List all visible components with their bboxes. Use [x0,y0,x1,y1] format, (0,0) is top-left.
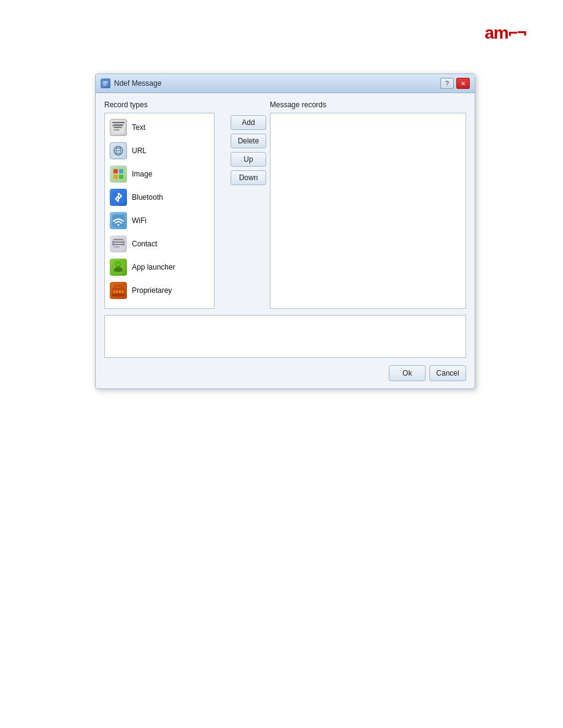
record-type-applauncher[interactable]: App launcher [105,256,214,279]
delete-button[interactable]: Delete [231,134,266,148]
dialog-footer: Ok Cancel [104,364,466,381]
bluetooth-label: Bluetooth [132,193,163,202]
dialog-title: Ndef Message [114,79,161,88]
url-icon [110,142,127,159]
record-type-image[interactable]: Image [105,162,214,186]
down-button[interactable]: Down [231,170,266,185]
svg-rect-35 [117,290,118,293]
record-type-contact[interactable]: Contact [105,232,214,256]
svg-rect-7 [113,129,120,131]
image-label: Image [132,170,152,178]
svg-rect-28 [123,241,124,246]
svg-rect-25 [113,244,123,245]
text-label: Text [132,123,145,132]
main-section: Record types Text [104,100,466,309]
cancel-button[interactable]: Cancel [429,365,466,381]
message-records-box[interactable] [270,113,466,309]
help-button[interactable]: ? [440,78,454,89]
dialog-icon [101,78,110,88]
record-type-text[interactable]: Text [105,116,214,139]
wifi-icon [110,212,127,229]
message-records-panel: Message records [270,100,466,309]
bottom-textarea[interactable] [104,315,466,358]
up-button[interactable]: Up [231,152,266,167]
record-type-url[interactable]: URL [105,139,214,162]
svg-rect-3 [103,85,106,86]
svg-rect-23 [113,239,123,240]
svg-point-21 [118,224,120,226]
title-bar-left: Ndef Message [101,78,161,88]
bluetooth-icon [110,189,127,206]
proprietarey-label: Proprietarey [132,286,172,295]
record-type-bluetooth[interactable]: Bluetooth [105,186,214,209]
title-bar: Ndef Message ? ✕ [96,74,475,93]
applauncher-icon [110,259,127,276]
record-type-proprietarey[interactable]: Proprietarey [105,279,214,302]
add-button[interactable]: Add [231,115,266,130]
wifi-label: WiFi [132,216,147,225]
svg-rect-16 [119,169,123,173]
amu-logo: am⌐¬ [484,23,526,43]
svg-rect-1 [103,82,108,83]
proprietarey-icon [110,282,127,299]
svg-rect-38 [115,286,122,289]
svg-rect-39 [112,294,124,296]
svg-rect-24 [113,241,123,243]
record-types-panel: Record types Text [104,100,227,309]
contact-icon [110,235,127,252]
message-records-label: Message records [270,100,466,109]
svg-rect-36 [119,290,121,293]
svg-point-32 [118,264,120,265]
svg-rect-27 [112,241,114,246]
record-type-wifi[interactable]: WiFi [105,209,214,232]
svg-rect-26 [113,246,120,248]
record-types-label: Record types [104,100,227,109]
contact-label: Contact [132,240,157,248]
close-button[interactable]: ✕ [456,78,470,89]
image-icon [110,165,127,183]
svg-rect-2 [103,83,107,85]
svg-rect-18 [119,175,123,179]
ndef-message-dialog: Ndef Message ? ✕ Record types [95,74,475,389]
svg-rect-17 [113,175,118,179]
svg-rect-37 [122,290,124,293]
dialog-body: Record types Text [96,93,475,389]
svg-rect-15 [113,169,118,173]
text-icon [110,119,127,136]
url-label: URL [132,146,147,155]
svg-rect-5 [113,124,123,126]
action-buttons: Add Delete Up Down [227,100,270,309]
record-types-list: Text [104,113,215,309]
svg-rect-6 [113,127,122,128]
ok-button[interactable]: Ok [389,365,426,381]
title-bar-controls: ? ✕ [440,78,470,89]
svg-rect-34 [113,290,115,293]
applauncher-label: App launcher [132,263,175,271]
